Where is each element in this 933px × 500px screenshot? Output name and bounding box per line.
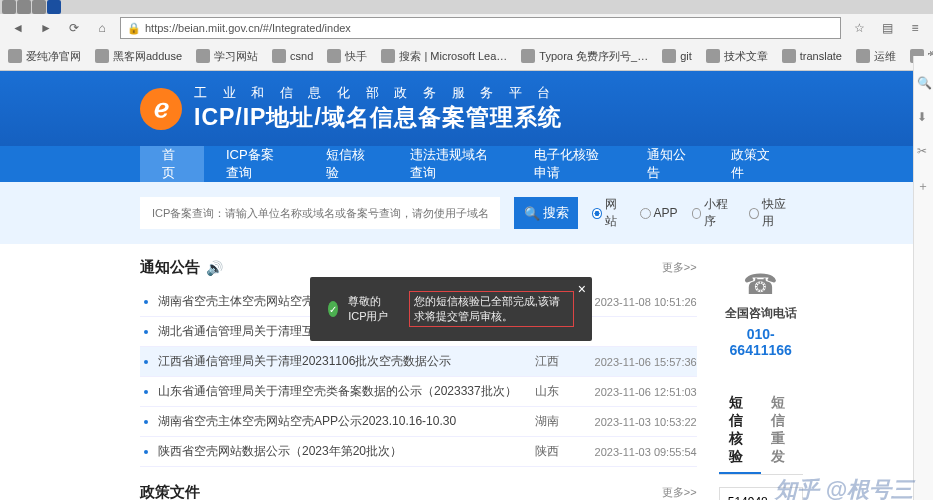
address-bar[interactable]: 🔒 https://beian.miit.gov.cn/#/Integrated…	[120, 17, 841, 39]
search-button-label: 搜索	[543, 204, 569, 222]
nav-tab[interactable]: 短信核验	[304, 146, 388, 182]
radio-item[interactable]: 网站	[592, 196, 625, 230]
contact-box: ☎ 全国咨询电话 010-66411166	[719, 258, 803, 368]
policies-title: 政策文件	[140, 483, 200, 500]
logo-icon: ℯ	[140, 88, 182, 130]
nav-tab[interactable]: 首页	[140, 146, 204, 182]
search-radio-group: 网站APP小程序快应用	[592, 196, 793, 230]
nav-tab[interactable]: 通知公告	[625, 146, 709, 182]
list-item[interactable]: 陕西省空壳网站数据公示（2023年第20批次）陕西2023-11-03 09:5…	[140, 437, 697, 467]
url-text: https://beian.miit.gov.cn/#/Integrated/i…	[145, 22, 351, 34]
side-tab-verify[interactable]: 短信核验	[719, 388, 761, 474]
tab-strip	[0, 0, 933, 14]
header-banner: ℯ 工 业 和 信 息 化 部 政 务 服 务 平 台 ICP/IP地址/域名信…	[0, 71, 933, 146]
rail-search-icon[interactable]: 🔍	[917, 76, 931, 90]
notices-more-link[interactable]: 更多>>	[662, 260, 697, 275]
toast-prefix: 尊敬的ICP用户	[348, 294, 395, 324]
policies-more-link[interactable]: 更多>>	[662, 485, 697, 500]
rail-download-icon[interactable]: ⬇	[917, 110, 931, 124]
bookmark-item[interactable]: translate	[782, 49, 842, 63]
bookmark-item[interactable]: 搜索 | Microsoft Lea…	[381, 49, 507, 64]
forward-button[interactable]: ►	[36, 18, 56, 38]
radio-item[interactable]: 小程序	[692, 196, 736, 230]
contact-label: 全国咨询电话	[719, 305, 803, 322]
nav-tab[interactable]: 政策文件	[709, 146, 793, 182]
nav-tabs: 首页ICP备案查询短信核验违法违规域名查询电子化核验申请通知公告政策文件	[0, 146, 933, 182]
page-content: ℯ 工 业 和 信 息 化 部 政 务 服 务 平 台 ICP/IP地址/域名信…	[0, 71, 933, 500]
bookmark-item[interactable]: 爱纯净官网	[8, 49, 81, 64]
header-subtitle: 工 业 和 信 息 化 部 政 务 服 务 平 台	[194, 84, 562, 102]
rail-screenshot-icon[interactable]: ✂	[917, 144, 931, 158]
bookmark-item[interactable]: 黑客网adduse	[95, 49, 182, 64]
tab-icon[interactable]	[17, 0, 31, 14]
bookmark-bar: 爱纯净官网黑客网adduse学习网站csnd快手搜索 | Microsoft L…	[0, 42, 933, 70]
phone-icon: ☎	[719, 268, 803, 301]
bookmark-item[interactable]: 快手	[327, 49, 367, 64]
nav-tab[interactable]: 违法违规域名查询	[388, 146, 512, 182]
toast-notification: ✓ 尊敬的ICP用户 您的短信核验已全部完成,该请求将提交管局审核。 ×	[310, 277, 592, 341]
tab-icon[interactable]	[2, 0, 16, 14]
rail-plus-icon[interactable]: ＋	[917, 178, 931, 192]
bookmark-item[interactable]: Typora 免费序列号_…	[521, 49, 648, 64]
lock-icon: 🔒	[127, 22, 141, 35]
right-rail: 🔍 ⬇ ✂ ＋	[913, 56, 933, 500]
speaker-icon: 🔊	[206, 260, 223, 276]
radio-item[interactable]: APP	[640, 196, 678, 230]
tab-icon-active[interactable]	[47, 0, 61, 14]
list-item[interactable]: 山东省通信管理局关于清理空壳类备案数据的公示（2023337批次）山东2023-…	[140, 377, 697, 407]
home-button[interactable]: ⌂	[92, 18, 112, 38]
star-icon[interactable]: ☆	[849, 18, 869, 38]
bookmark-item[interactable]: 运维	[856, 49, 896, 64]
list-item[interactable]: 江西省通信管理局关于清理20231106批次空壳数据公示江西2023-11-06…	[140, 347, 697, 377]
radio-item[interactable]: 快应用	[749, 196, 793, 230]
search-input[interactable]	[140, 197, 500, 229]
side-tabs: 短信核验 短信重发	[719, 388, 803, 475]
extension-icon[interactable]: ▤	[877, 18, 897, 38]
toast-highlight: 您的短信核验已全部完成,该请求将提交管局审核。	[409, 291, 574, 327]
notices-title: 通知公告 🔊	[140, 258, 223, 277]
reload-button[interactable]: ⟳	[64, 18, 84, 38]
side-column: ☎ 全国咨询电话 010-66411166 短信核验 短信重发 提 交 👤 备案…	[719, 258, 803, 500]
bookmark-item[interactable]: 技术文章	[706, 49, 768, 64]
search-icon: 🔍	[524, 206, 540, 221]
browser-chrome: ◄ ► ⟳ ⌂ 🔒 https://beian.miit.gov.cn/#/In…	[0, 0, 933, 71]
back-button[interactable]: ◄	[8, 18, 28, 38]
bookmark-item[interactable]: 学习网站	[196, 49, 258, 64]
search-area: 🔍 搜索 网站APP小程序快应用	[0, 182, 933, 244]
search-button[interactable]: 🔍 搜索	[514, 197, 578, 229]
bookmark-item[interactable]: git	[662, 49, 692, 63]
watermark: 知乎 @根号三	[775, 475, 913, 500]
close-icon[interactable]: ×	[578, 281, 586, 297]
side-tab-resend[interactable]: 短信重发	[761, 388, 803, 474]
bookmark-item[interactable]: csnd	[272, 49, 313, 63]
tab-icon[interactable]	[32, 0, 46, 14]
header-title: ICP/IP地址/域名信息备案管理系统	[194, 102, 562, 133]
menu-icon[interactable]: ≡	[905, 18, 925, 38]
list-item[interactable]: 湖南省空壳主体空壳网站空壳APP公示2023.10.16-10.30湖南2023…	[140, 407, 697, 437]
check-icon: ✓	[328, 301, 338, 317]
contact-phone: 010-66411166	[719, 326, 803, 358]
nav-tab[interactable]: ICP备案查询	[204, 146, 304, 182]
nav-tab[interactable]: 电子化核验申请	[512, 146, 626, 182]
browser-toolbar: ◄ ► ⟳ ⌂ 🔒 https://beian.miit.gov.cn/#/In…	[0, 14, 933, 42]
